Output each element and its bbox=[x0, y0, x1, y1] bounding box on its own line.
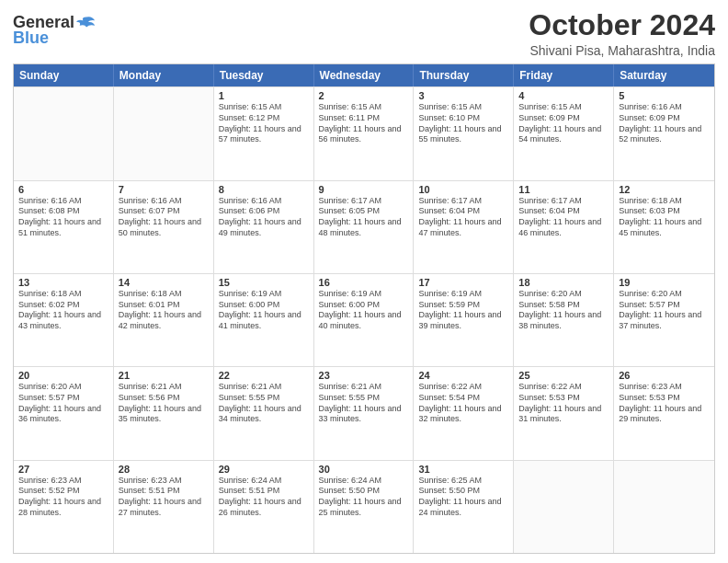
calendar-cell-3-2: 22Sunrise: 6:21 AM Sunset: 5:55 PM Dayli… bbox=[214, 367, 314, 459]
cell-info: Sunrise: 6:17 AM Sunset: 6:05 PM Dayligh… bbox=[319, 196, 409, 239]
day-number: 15 bbox=[219, 277, 309, 288]
header-day-sunday: Sunday bbox=[14, 64, 114, 86]
cell-info: Sunrise: 6:24 AM Sunset: 5:50 PM Dayligh… bbox=[319, 476, 409, 519]
calendar-row-2: 13Sunrise: 6:18 AM Sunset: 6:02 PM Dayli… bbox=[14, 273, 714, 366]
calendar-body: 1Sunrise: 6:15 AM Sunset: 6:12 PM Daylig… bbox=[14, 86, 714, 553]
cell-info: Sunrise: 6:23 AM Sunset: 5:53 PM Dayligh… bbox=[619, 382, 710, 425]
calendar-cell-3-3: 23Sunrise: 6:21 AM Sunset: 5:55 PM Dayli… bbox=[314, 367, 415, 459]
cell-info: Sunrise: 6:15 AM Sunset: 6:12 PM Dayligh… bbox=[219, 102, 309, 145]
calendar-cell-2-3: 16Sunrise: 6:19 AM Sunset: 6:00 PM Dayli… bbox=[314, 274, 415, 366]
day-number: 26 bbox=[619, 370, 710, 381]
calendar-cell-2-4: 17Sunrise: 6:19 AM Sunset: 5:59 PM Dayli… bbox=[414, 274, 514, 366]
header-day-friday: Friday bbox=[514, 64, 614, 86]
day-number: 28 bbox=[119, 464, 209, 475]
calendar-row-0: 1Sunrise: 6:15 AM Sunset: 6:12 PM Daylig… bbox=[14, 86, 714, 179]
calendar-cell-0-6: 5Sunrise: 6:16 AM Sunset: 6:09 PM Daylig… bbox=[614, 87, 714, 179]
calendar-cell-2-5: 18Sunrise: 6:20 AM Sunset: 5:58 PM Dayli… bbox=[514, 274, 614, 366]
calendar-cell-1-0: 6Sunrise: 6:16 AM Sunset: 6:08 PM Daylig… bbox=[14, 181, 114, 273]
calendar-row-3: 20Sunrise: 6:20 AM Sunset: 5:57 PM Dayli… bbox=[14, 366, 714, 459]
cell-info: Sunrise: 6:17 AM Sunset: 6:04 PM Dayligh… bbox=[418, 196, 508, 239]
calendar-cell-0-0 bbox=[14, 87, 114, 179]
day-number: 14 bbox=[119, 277, 209, 288]
day-number: 31 bbox=[418, 464, 508, 475]
calendar-header: SundayMondayTuesdayWednesdayThursdayFrid… bbox=[14, 64, 714, 86]
day-number: 17 bbox=[418, 277, 508, 288]
day-number: 11 bbox=[518, 184, 609, 195]
calendar-cell-1-5: 11Sunrise: 6:17 AM Sunset: 6:04 PM Dayli… bbox=[514, 181, 614, 273]
day-number: 5 bbox=[619, 90, 710, 101]
cell-info: Sunrise: 6:16 AM Sunset: 6:08 PM Dayligh… bbox=[18, 196, 108, 239]
header-day-saturday: Saturday bbox=[614, 64, 714, 86]
calendar-cell-4-5 bbox=[514, 461, 614, 553]
header-day-wednesday: Wednesday bbox=[314, 64, 415, 86]
header-day-monday: Monday bbox=[114, 64, 214, 86]
cell-info: Sunrise: 6:15 AM Sunset: 6:10 PM Dayligh… bbox=[418, 102, 508, 145]
calendar-cell-4-3: 30Sunrise: 6:24 AM Sunset: 5:50 PM Dayli… bbox=[314, 461, 415, 553]
cell-info: Sunrise: 6:22 AM Sunset: 5:54 PM Dayligh… bbox=[418, 382, 508, 425]
calendar-cell-1-3: 9Sunrise: 6:17 AM Sunset: 6:05 PM Daylig… bbox=[314, 181, 415, 273]
header-day-thursday: Thursday bbox=[414, 64, 514, 86]
day-number: 2 bbox=[319, 90, 409, 101]
day-number: 8 bbox=[219, 184, 309, 195]
calendar-cell-0-4: 3Sunrise: 6:15 AM Sunset: 6:10 PM Daylig… bbox=[414, 87, 514, 179]
cell-info: Sunrise: 6:23 AM Sunset: 5:51 PM Dayligh… bbox=[119, 476, 209, 519]
page-container: General Blue October 2024 Shivani Pisa, … bbox=[0, 0, 728, 563]
calendar-cell-2-2: 15Sunrise: 6:19 AM Sunset: 6:00 PM Dayli… bbox=[214, 274, 314, 366]
cell-info: Sunrise: 6:19 AM Sunset: 6:00 PM Dayligh… bbox=[219, 289, 309, 332]
day-number: 27 bbox=[18, 464, 108, 475]
day-number: 9 bbox=[319, 184, 409, 195]
calendar-cell-1-6: 12Sunrise: 6:18 AM Sunset: 6:03 PM Dayli… bbox=[614, 181, 714, 273]
day-number: 22 bbox=[219, 370, 309, 381]
cell-info: Sunrise: 6:23 AM Sunset: 5:52 PM Dayligh… bbox=[18, 476, 108, 519]
calendar-cell-0-1 bbox=[114, 87, 214, 179]
calendar-cell-0-2: 1Sunrise: 6:15 AM Sunset: 6:12 PM Daylig… bbox=[214, 87, 314, 179]
calendar-row-4: 27Sunrise: 6:23 AM Sunset: 5:52 PM Dayli… bbox=[14, 460, 714, 553]
calendar-cell-1-2: 8Sunrise: 6:16 AM Sunset: 6:06 PM Daylig… bbox=[214, 181, 314, 273]
day-number: 25 bbox=[518, 370, 609, 381]
cell-info: Sunrise: 6:22 AM Sunset: 5:53 PM Dayligh… bbox=[518, 382, 609, 425]
calendar-cell-1-1: 7Sunrise: 6:16 AM Sunset: 6:07 PM Daylig… bbox=[114, 181, 214, 273]
cell-info: Sunrise: 6:18 AM Sunset: 6:01 PM Dayligh… bbox=[119, 289, 209, 332]
calendar-cell-1-4: 10Sunrise: 6:17 AM Sunset: 6:04 PM Dayli… bbox=[414, 181, 514, 273]
calendar-cell-3-4: 24Sunrise: 6:22 AM Sunset: 5:54 PM Dayli… bbox=[414, 367, 514, 459]
calendar-cell-4-0: 27Sunrise: 6:23 AM Sunset: 5:52 PM Dayli… bbox=[14, 461, 114, 553]
day-number: 13 bbox=[18, 277, 108, 288]
day-number: 23 bbox=[319, 370, 409, 381]
calendar-cell-3-6: 26Sunrise: 6:23 AM Sunset: 5:53 PM Dayli… bbox=[614, 367, 714, 459]
day-number: 18 bbox=[518, 277, 609, 288]
calendar-cell-0-5: 4Sunrise: 6:15 AM Sunset: 6:09 PM Daylig… bbox=[514, 87, 614, 179]
calendar-cell-3-0: 20Sunrise: 6:20 AM Sunset: 5:57 PM Dayli… bbox=[14, 367, 114, 459]
day-number: 21 bbox=[119, 370, 209, 381]
cell-info: Sunrise: 6:18 AM Sunset: 6:02 PM Dayligh… bbox=[18, 289, 108, 332]
page-header: General Blue October 2024 Shivani Pisa, … bbox=[13, 9, 715, 58]
day-number: 16 bbox=[319, 277, 409, 288]
day-number: 19 bbox=[619, 277, 710, 288]
cell-info: Sunrise: 6:16 AM Sunset: 6:07 PM Dayligh… bbox=[119, 196, 209, 239]
day-number: 6 bbox=[18, 184, 108, 195]
cell-info: Sunrise: 6:16 AM Sunset: 6:06 PM Dayligh… bbox=[219, 196, 309, 239]
title-block: October 2024 Shivani Pisa, Maharashtra, … bbox=[529, 9, 715, 58]
cell-info: Sunrise: 6:21 AM Sunset: 5:56 PM Dayligh… bbox=[119, 382, 209, 425]
cell-info: Sunrise: 6:20 AM Sunset: 5:57 PM Dayligh… bbox=[619, 289, 710, 332]
day-number: 30 bbox=[319, 464, 409, 475]
day-number: 7 bbox=[119, 184, 209, 195]
day-number: 20 bbox=[18, 370, 108, 381]
logo: General Blue bbox=[13, 13, 97, 48]
cell-info: Sunrise: 6:15 AM Sunset: 6:09 PM Dayligh… bbox=[518, 102, 609, 145]
cell-info: Sunrise: 6:20 AM Sunset: 5:58 PM Dayligh… bbox=[518, 289, 609, 332]
calendar-cell-2-1: 14Sunrise: 6:18 AM Sunset: 6:01 PM Dayli… bbox=[114, 274, 214, 366]
calendar-cell-3-1: 21Sunrise: 6:21 AM Sunset: 5:56 PM Dayli… bbox=[114, 367, 214, 459]
day-number: 3 bbox=[418, 90, 508, 101]
cell-info: Sunrise: 6:19 AM Sunset: 6:00 PM Dayligh… bbox=[319, 289, 409, 332]
header-day-tuesday: Tuesday bbox=[214, 64, 314, 86]
day-number: 10 bbox=[418, 184, 508, 195]
cell-info: Sunrise: 6:17 AM Sunset: 6:04 PM Dayligh… bbox=[518, 196, 609, 239]
calendar-cell-4-2: 29Sunrise: 6:24 AM Sunset: 5:51 PM Dayli… bbox=[214, 461, 314, 553]
cell-info: Sunrise: 6:24 AM Sunset: 5:51 PM Dayligh… bbox=[219, 476, 309, 519]
calendar-cell-2-6: 19Sunrise: 6:20 AM Sunset: 5:57 PM Dayli… bbox=[614, 274, 714, 366]
calendar: SundayMondayTuesdayWednesdayThursdayFrid… bbox=[13, 63, 715, 554]
cell-info: Sunrise: 6:16 AM Sunset: 6:09 PM Dayligh… bbox=[619, 102, 710, 145]
cell-info: Sunrise: 6:18 AM Sunset: 6:03 PM Dayligh… bbox=[619, 196, 710, 239]
day-number: 1 bbox=[219, 90, 309, 101]
day-number: 24 bbox=[418, 370, 508, 381]
